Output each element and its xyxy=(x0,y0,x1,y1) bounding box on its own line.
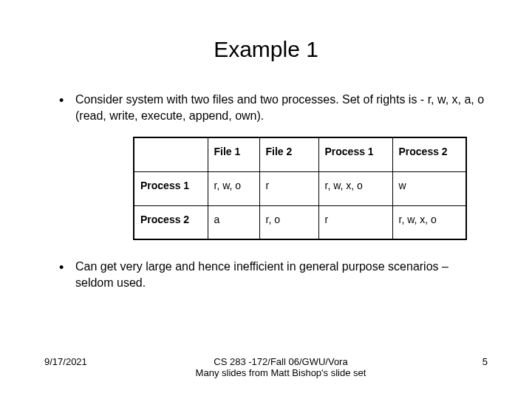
header-blank xyxy=(134,137,208,171)
footer-center: CS 283 -172/Fall 06/GWU/Vora Many slides… xyxy=(103,356,458,378)
access-matrix-table: File 1 File 2 Process 1 Process 2 Proces… xyxy=(133,137,488,240)
slide: Example 1 Consider system with two files… xyxy=(0,0,532,399)
table-row: Process 2 a r, o r r, w, x, o xyxy=(134,205,466,239)
header-process1: Process 1 xyxy=(318,137,392,171)
header-process2: Process 2 xyxy=(392,137,466,171)
row-label: Process 2 xyxy=(134,205,208,239)
header-file2: File 2 xyxy=(259,137,318,171)
cell: r xyxy=(259,171,318,205)
cell: r, o xyxy=(259,205,318,239)
cell: r xyxy=(318,205,392,239)
cell: a xyxy=(208,205,259,239)
footer-page-number: 5 xyxy=(458,356,488,367)
cell: r, w, o xyxy=(208,171,259,205)
footer-line1: CS 283 -172/Fall 06/GWU/Vora xyxy=(103,356,458,367)
cell: r, w, x, o xyxy=(318,171,392,205)
footer-date: 9/17/2021 xyxy=(44,356,103,367)
header-file1: File 1 xyxy=(208,137,259,171)
table-row: Process 1 r, w, o r r, w, x, o w xyxy=(134,171,466,205)
bullet-list: Consider system with two files and two p… xyxy=(59,92,488,123)
table: File 1 File 2 Process 1 Process 2 Proces… xyxy=(133,137,467,240)
slide-title: Example 1 xyxy=(44,37,488,62)
bullet-item-2: Can get very large and hence inefficient… xyxy=(59,259,488,290)
footer-line2: Many slides from Matt Bishop's slide set xyxy=(103,367,458,378)
footer: 9/17/2021 CS 283 -172/Fall 06/GWU/Vora M… xyxy=(0,356,532,378)
bullet-item-1: Consider system with two files and two p… xyxy=(59,92,488,123)
cell: r, w, x, o xyxy=(392,205,466,239)
row-label: Process 1 xyxy=(134,171,208,205)
cell: w xyxy=(392,171,466,205)
bullet-list-2: Can get very large and hence inefficient… xyxy=(59,259,488,290)
table-header-row: File 1 File 2 Process 1 Process 2 xyxy=(134,137,466,171)
